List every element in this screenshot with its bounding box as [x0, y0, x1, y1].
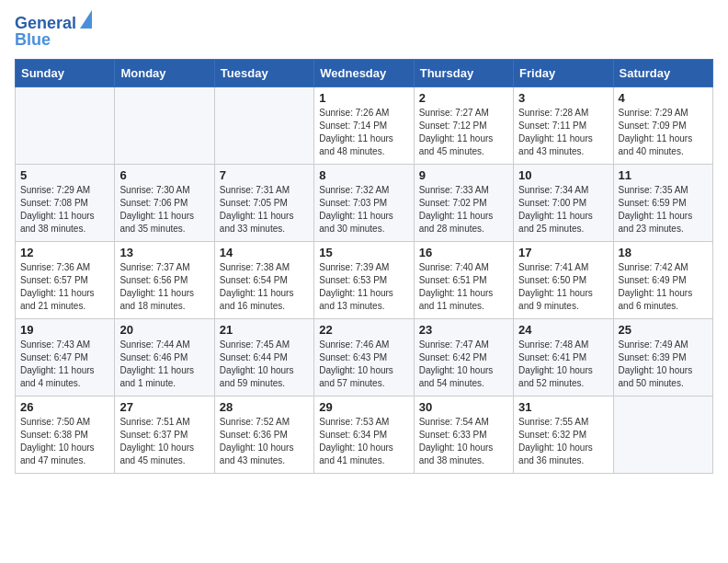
- calendar-day-3: 3Sunrise: 7:28 AM Sunset: 7:11 PM Daylig…: [514, 86, 613, 164]
- day-info: Sunrise: 7:43 AM Sunset: 6:47 PM Dayligh…: [20, 339, 109, 390]
- weekday-header-saturday: Saturday: [613, 59, 712, 86]
- day-number: 16: [419, 246, 508, 259]
- calendar-day-28: 28Sunrise: 7:52 AM Sunset: 6:36 PM Dayli…: [214, 396, 313, 473]
- calendar-day-19: 19Sunrise: 7:43 AM Sunset: 6:47 PM Dayli…: [16, 318, 115, 396]
- calendar-table: SundayMondayTuesdayWednesdayThursdayFrid…: [15, 59, 713, 474]
- page-header: General Blue: [15, 15, 713, 50]
- day-number: 27: [119, 400, 209, 414]
- day-number: 4: [619, 91, 708, 105]
- day-number: 19: [20, 323, 109, 337]
- day-number: 14: [220, 246, 309, 259]
- day-number: 21: [220, 323, 309, 337]
- day-info: Sunrise: 7:54 AM Sunset: 6:33 PM Dayligh…: [419, 416, 508, 467]
- logo: General Blue: [15, 15, 92, 50]
- calendar-day-18: 18Sunrise: 7:42 AM Sunset: 6:49 PM Dayli…: [613, 241, 712, 318]
- calendar-day-24: 24Sunrise: 7:48 AM Sunset: 6:41 PM Dayli…: [514, 318, 613, 396]
- calendar-day-6: 6Sunrise: 7:30 AM Sunset: 7:06 PM Daylig…: [115, 164, 214, 241]
- day-number: 28: [220, 400, 309, 414]
- day-info: Sunrise: 7:48 AM Sunset: 6:41 PM Dayligh…: [518, 339, 608, 390]
- day-info: Sunrise: 7:36 AM Sunset: 6:57 PM Dayligh…: [20, 261, 109, 313]
- day-info: Sunrise: 7:40 AM Sunset: 6:51 PM Dayligh…: [419, 261, 508, 313]
- day-number: 3: [518, 91, 608, 105]
- weekday-header-sunday: Sunday: [16, 59, 115, 86]
- day-number: 25: [619, 323, 708, 337]
- day-info: Sunrise: 7:32 AM Sunset: 7:03 PM Dayligh…: [319, 184, 408, 236]
- day-info: Sunrise: 7:28 AM Sunset: 7:11 PM Dayligh…: [518, 107, 608, 158]
- day-info: Sunrise: 7:37 AM Sunset: 6:56 PM Dayligh…: [119, 261, 209, 313]
- day-number: 22: [319, 323, 408, 337]
- day-number: 7: [220, 168, 309, 182]
- day-info: Sunrise: 7:52 AM Sunset: 6:36 PM Dayligh…: [220, 416, 309, 467]
- calendar-day-13: 13Sunrise: 7:37 AM Sunset: 6:56 PM Dayli…: [115, 241, 214, 318]
- calendar-day-30: 30Sunrise: 7:54 AM Sunset: 6:33 PM Dayli…: [414, 396, 513, 473]
- day-number: 2: [419, 91, 508, 105]
- day-info: Sunrise: 7:46 AM Sunset: 6:43 PM Dayligh…: [319, 339, 408, 390]
- day-number: 1: [319, 91, 408, 105]
- day-info: Sunrise: 7:45 AM Sunset: 6:44 PM Dayligh…: [220, 339, 309, 390]
- day-info: Sunrise: 7:50 AM Sunset: 6:38 PM Dayligh…: [20, 416, 109, 467]
- day-info: Sunrise: 7:26 AM Sunset: 7:14 PM Dayligh…: [319, 107, 408, 158]
- calendar-day-5: 5Sunrise: 7:29 AM Sunset: 7:08 PM Daylig…: [16, 164, 115, 241]
- day-info: Sunrise: 7:38 AM Sunset: 6:54 PM Dayligh…: [220, 261, 309, 313]
- day-number: 6: [119, 168, 209, 182]
- weekday-header-tuesday: Tuesday: [214, 59, 313, 86]
- day-info: Sunrise: 7:39 AM Sunset: 6:53 PM Dayligh…: [319, 261, 408, 313]
- calendar-day-21: 21Sunrise: 7:45 AM Sunset: 6:44 PM Dayli…: [214, 318, 313, 396]
- day-number: 5: [20, 168, 109, 182]
- day-info: Sunrise: 7:53 AM Sunset: 6:34 PM Dayligh…: [319, 416, 408, 467]
- day-info: Sunrise: 7:34 AM Sunset: 7:00 PM Dayligh…: [518, 184, 608, 236]
- calendar-day-23: 23Sunrise: 7:47 AM Sunset: 6:42 PM Dayli…: [414, 318, 513, 396]
- day-info: Sunrise: 7:42 AM Sunset: 6:49 PM Dayligh…: [619, 261, 708, 313]
- calendar-week-2: 5Sunrise: 7:29 AM Sunset: 7:08 PM Daylig…: [16, 164, 713, 241]
- day-info: Sunrise: 7:55 AM Sunset: 6:32 PM Dayligh…: [518, 416, 608, 467]
- day-number: 29: [319, 400, 408, 414]
- day-number: 20: [119, 323, 209, 337]
- weekday-header-thursday: Thursday: [414, 59, 513, 86]
- day-info: Sunrise: 7:30 AM Sunset: 7:06 PM Dayligh…: [119, 184, 209, 236]
- day-number: 13: [119, 246, 209, 259]
- calendar-empty-cell: [16, 86, 115, 164]
- calendar-empty-cell: [214, 86, 313, 164]
- day-info: Sunrise: 7:29 AM Sunset: 7:08 PM Dayligh…: [20, 184, 109, 236]
- weekday-header-monday: Monday: [115, 59, 214, 86]
- calendar-day-31: 31Sunrise: 7:55 AM Sunset: 6:32 PM Dayli…: [514, 396, 613, 473]
- calendar-day-4: 4Sunrise: 7:29 AM Sunset: 7:09 PM Daylig…: [613, 86, 712, 164]
- logo-blue: Blue: [15, 31, 51, 50]
- calendar-header-row: SundayMondayTuesdayWednesdayThursdayFrid…: [16, 59, 713, 86]
- weekday-header-wednesday: Wednesday: [314, 59, 414, 86]
- day-number: 17: [518, 246, 608, 259]
- calendar-day-17: 17Sunrise: 7:41 AM Sunset: 6:50 PM Dayli…: [514, 241, 613, 318]
- calendar-week-3: 12Sunrise: 7:36 AM Sunset: 6:57 PM Dayli…: [16, 241, 713, 318]
- day-info: Sunrise: 7:51 AM Sunset: 6:37 PM Dayligh…: [119, 416, 209, 467]
- calendar-day-2: 2Sunrise: 7:27 AM Sunset: 7:12 PM Daylig…: [414, 86, 513, 164]
- day-info: Sunrise: 7:35 AM Sunset: 6:59 PM Dayligh…: [619, 184, 708, 236]
- calendar-day-8: 8Sunrise: 7:32 AM Sunset: 7:03 PM Daylig…: [314, 164, 414, 241]
- calendar-day-27: 27Sunrise: 7:51 AM Sunset: 6:37 PM Dayli…: [115, 396, 214, 473]
- calendar-day-12: 12Sunrise: 7:36 AM Sunset: 6:57 PM Dayli…: [16, 241, 115, 318]
- day-info: Sunrise: 7:31 AM Sunset: 7:05 PM Dayligh…: [220, 184, 309, 236]
- day-number: 30: [419, 400, 508, 414]
- day-number: 9: [419, 168, 508, 182]
- day-number: 24: [518, 323, 608, 337]
- day-number: 18: [619, 246, 708, 259]
- calendar-day-29: 29Sunrise: 7:53 AM Sunset: 6:34 PM Dayli…: [314, 396, 414, 473]
- calendar-day-25: 25Sunrise: 7:49 AM Sunset: 6:39 PM Dayli…: [613, 318, 712, 396]
- day-number: 15: [319, 246, 408, 259]
- day-info: Sunrise: 7:49 AM Sunset: 6:39 PM Dayligh…: [619, 339, 708, 390]
- day-info: Sunrise: 7:29 AM Sunset: 7:09 PM Dayligh…: [619, 107, 708, 158]
- calendar-day-7: 7Sunrise: 7:31 AM Sunset: 7:05 PM Daylig…: [214, 164, 313, 241]
- day-number: 8: [319, 168, 408, 182]
- day-number: 12: [20, 246, 109, 259]
- day-number: 23: [419, 323, 508, 337]
- day-info: Sunrise: 7:27 AM Sunset: 7:12 PM Dayligh…: [419, 107, 508, 158]
- calendar-week-4: 19Sunrise: 7:43 AM Sunset: 6:47 PM Dayli…: [16, 318, 713, 396]
- calendar-body: 1Sunrise: 7:26 AM Sunset: 7:14 PM Daylig…: [16, 86, 713, 473]
- calendar-week-5: 26Sunrise: 7:50 AM Sunset: 6:38 PM Dayli…: [16, 396, 713, 473]
- calendar-day-16: 16Sunrise: 7:40 AM Sunset: 6:51 PM Dayli…: [414, 241, 513, 318]
- day-number: 11: [619, 168, 708, 182]
- day-info: Sunrise: 7:33 AM Sunset: 7:02 PM Dayligh…: [419, 184, 508, 236]
- calendar-day-14: 14Sunrise: 7:38 AM Sunset: 6:54 PM Dayli…: [214, 241, 313, 318]
- day-number: 10: [518, 168, 608, 182]
- day-info: Sunrise: 7:44 AM Sunset: 6:46 PM Dayligh…: [119, 339, 209, 390]
- calendar-day-20: 20Sunrise: 7:44 AM Sunset: 6:46 PM Dayli…: [115, 318, 214, 396]
